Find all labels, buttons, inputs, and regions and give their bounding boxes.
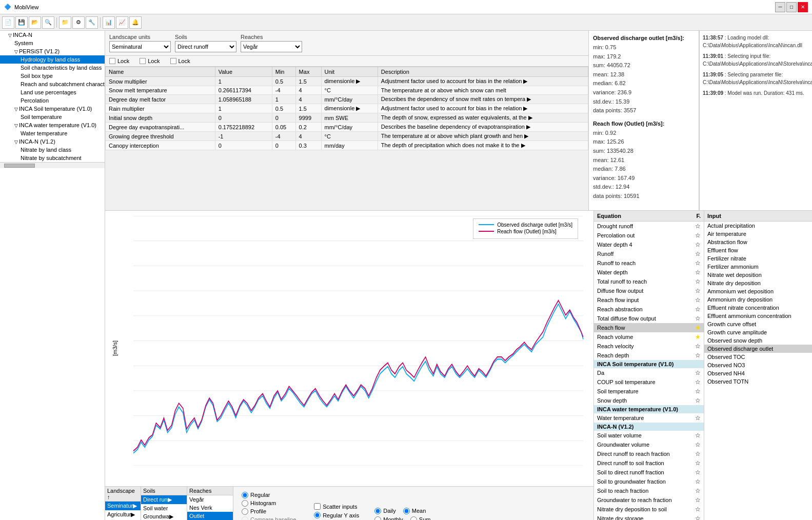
equation-item[interactable]: INCA water temperature (V1.0) [594, 405, 704, 413]
soils-item-1[interactable]: Soil water [141, 504, 187, 512]
equation-star[interactable]: ☆ [695, 343, 701, 350]
equation-star[interactable]: ☆ [695, 241, 701, 248]
sum-input[interactable] [410, 516, 417, 521]
soils-lock-checkbox[interactable] [140, 58, 146, 64]
toolbar-chart[interactable]: 📊 [103, 16, 115, 29]
reaches-select[interactable]: Vegår Nes Verk Outlet [241, 41, 302, 52]
equation-item[interactable]: Runoff to reach☆ [594, 258, 704, 268]
tree-item-soil-temperature[interactable]: Soil temperature [0, 113, 105, 121]
input-item[interactable]: Observed discharge outlet [704, 345, 812, 353]
toolbar-open[interactable]: 📂 [29, 16, 41, 29]
equation-item[interactable]: Soil to groundwater fraction☆ [594, 477, 704, 486]
input-item[interactable]: Effluent ammonium concentration [704, 312, 812, 320]
table-row[interactable]: Canopy interception000.3mm/dayThe depth … [106, 141, 588, 150]
input-item[interactable]: Abstraction flow [704, 238, 812, 246]
equation-item[interactable]: Reach velocity☆ [594, 342, 704, 351]
tree-item-land-use[interactable]: Land use percentages [0, 88, 105, 96]
input-item[interactable]: Observed NO3 [704, 361, 812, 369]
equation-item[interactable]: Percolation out☆ [594, 231, 704, 240]
equation-item[interactable]: Water temperature☆ [594, 413, 704, 423]
equation-star[interactable]: ☆ [695, 414, 701, 422]
input-item[interactable]: Observed TOC [704, 353, 812, 361]
toolbar-settings[interactable]: ⚙ [72, 16, 85, 29]
toolbar-save[interactable]: 💾 [15, 16, 28, 29]
equation-star[interactable]: ☆ [695, 397, 701, 404]
equation-star[interactable]: ☆ [695, 296, 701, 304]
tree-item-reach-sub[interactable]: Reach and subcatchment characte... [0, 80, 105, 88]
equation-star[interactable]: ☆ [695, 223, 701, 230]
equation-star[interactable]: ☆ [695, 352, 701, 359]
equation-star[interactable]: ☆ [695, 450, 701, 457]
input-item[interactable]: Air temperature [704, 230, 812, 238]
reaches-item-2[interactable]: Outlet [187, 512, 233, 520]
equation-star[interactable]: ☆ [695, 369, 701, 376]
input-item[interactable]: Ammonium dry deposition [704, 295, 812, 304]
table-row[interactable]: Initial snow depth009999mm SWEThe depth … [106, 113, 588, 123]
input-item[interactable]: Effluent flow [704, 246, 812, 254]
close-button[interactable]: ✕ [798, 2, 808, 12]
equation-item[interactable]: Snow depth☆ [594, 396, 704, 405]
equation-star[interactable]: ☆ [695, 378, 701, 386]
monthly-input[interactable] [374, 516, 381, 521]
regular-y-input[interactable] [314, 512, 321, 518]
equation-star[interactable]: ☆ [695, 259, 701, 267]
toolbar-graph[interactable]: 📈 [116, 16, 128, 29]
toolbar-search[interactable]: 🔍 [42, 16, 54, 29]
radio-profile-input[interactable] [242, 508, 248, 515]
tree-hscrollbar[interactable] [0, 162, 105, 168]
equation-item[interactable]: Reach abstraction☆ [594, 305, 704, 314]
equation-item[interactable]: Nitrate dry storage☆ [594, 514, 704, 521]
equation-item[interactable]: Direct runoff to reach fraction☆ [594, 449, 704, 458]
equation-star[interactable]: ☆ [695, 432, 701, 439]
equation-star[interactable]: ☆ [695, 232, 701, 239]
tree-item-inca-n-v12[interactable]: ▽INCA-N (V1.2) [0, 137, 105, 146]
equation-item[interactable]: Da☆ [594, 368, 704, 377]
hscroll-thumb[interactable] [4, 164, 35, 168]
input-item[interactable]: Ammonium wet deposition [704, 287, 812, 295]
equation-item[interactable]: COUP soil temperature☆ [594, 377, 704, 387]
input-item[interactable]: Nitrate dry deposition [704, 279, 812, 287]
daily-input[interactable] [374, 508, 381, 514]
equation-item[interactable]: Reach volume★ [594, 332, 704, 342]
toolbar-tools[interactable]: 🔧 [86, 16, 98, 29]
equation-item[interactable]: Drought runoff☆ [594, 222, 704, 231]
input-item[interactable]: Growth curve amplitude [704, 328, 812, 336]
minimize-button[interactable]: ─ [775, 2, 785, 12]
input-item[interactable]: Effluent nitrate concentration [704, 304, 812, 312]
landscape-select[interactable]: Seminatural Agriculture [109, 41, 171, 52]
landscape-item-1[interactable]: Agricultur▶ [105, 510, 141, 519]
equation-star[interactable]: ☆ [695, 478, 701, 485]
toolbar-new[interactable]: 📄 [2, 16, 14, 29]
tree-item-nitrate-land[interactable]: Nitrate by land class [0, 146, 105, 154]
equation-star[interactable]: ☆ [695, 287, 701, 294]
equation-star[interactable]: ☆ [695, 269, 701, 276]
maximize-button[interactable]: □ [786, 2, 797, 12]
tree-item-inca-soil-temp[interactable]: ▽INCA Soil temperature (V1.0) [0, 105, 105, 113]
equation-star[interactable]: ★ [695, 333, 701, 341]
radio-compare-input[interactable] [242, 516, 248, 521]
equation-star[interactable]: ☆ [695, 469, 701, 476]
input-item[interactable]: Actual precipitation [704, 222, 812, 230]
tree-item-water-temperature[interactable]: Water temperature [0, 129, 105, 137]
tree-item-soil-char[interactable]: Soil characteristics by land class [0, 64, 105, 72]
equation-item[interactable]: Soil water volume☆ [594, 431, 704, 440]
equation-star[interactable]: ☆ [695, 496, 701, 504]
tree-item-inca-water-temp[interactable]: ▽INCA water temperature (V1.0) [0, 121, 105, 129]
table-row[interactable]: Snow multiplier10.51.5dimensionle ▶Adjus… [106, 77, 588, 86]
equation-item[interactable]: Soil temperature☆ [594, 387, 704, 396]
soils-select[interactable]: Direct runoff Soil water Groundwater [175, 41, 236, 52]
reaches-item-0[interactable]: Vegår [187, 495, 233, 504]
table-row[interactable]: Growing degree threshold-1-44°CThe tempe… [106, 132, 588, 141]
radio-histogram-input[interactable] [242, 500, 248, 507]
equation-item[interactable]: Water depth☆ [594, 268, 704, 277]
tree-item-inca-n[interactable]: ▽INCA-N [0, 31, 105, 39]
equation-item[interactable]: INCA Soil temperature (V1.0) [594, 360, 704, 368]
equation-item[interactable]: Soil to reach fraction☆ [594, 486, 704, 495]
scatter-inputs-checkbox[interactable] [314, 503, 321, 510]
table-row[interactable]: Snow melt temperature0.266117394-44°CThe… [106, 86, 588, 95]
input-item[interactable]: Nitrate wet deposition [704, 271, 812, 279]
equation-star[interactable]: ☆ [695, 506, 701, 513]
equation-star[interactable]: ☆ [695, 441, 701, 448]
equation-star[interactable]: ☆ [695, 487, 701, 494]
input-item[interactable]: Observed TOTN [704, 377, 812, 386]
